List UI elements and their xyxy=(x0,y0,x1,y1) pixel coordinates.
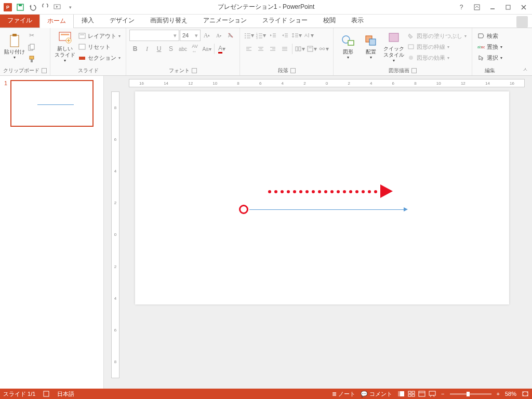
shadow-icon[interactable]: S xyxy=(165,43,177,55)
save-icon[interactable] xyxy=(15,2,26,13)
shapes-button[interactable]: 図形▾ xyxy=(337,30,360,64)
line-spacing-icon[interactable]: ▾ xyxy=(291,30,302,41)
comments-button[interactable]: 💬 コメント xyxy=(361,390,392,398)
replace-button[interactable]: abac置換▾ xyxy=(475,42,504,52)
shape-effects-button[interactable]: 図形の効果▾ xyxy=(405,52,469,63)
align-center-icon[interactable] xyxy=(255,43,267,55)
help-icon[interactable]: ? xyxy=(454,1,469,14)
paste-icon xyxy=(7,33,22,48)
tab-insert[interactable]: 挿入 xyxy=(74,13,102,28)
slide-canvas[interactable] xyxy=(135,91,509,304)
ribbon-options-icon[interactable] xyxy=(470,1,484,14)
slide-counter[interactable]: スライド 1/1 xyxy=(3,390,35,398)
paragraph-launcher[interactable] xyxy=(290,68,296,73)
qat-dropdown-icon[interactable]: ▾ xyxy=(64,2,76,13)
normal-view-icon[interactable] xyxy=(397,390,405,397)
slideshow-view-icon[interactable] xyxy=(429,390,436,397)
shape-arrow-line[interactable] xyxy=(249,209,405,210)
decrease-indent-icon[interactable] xyxy=(267,30,278,41)
zoom-out-icon[interactable]: − xyxy=(441,391,444,397)
text-direction-icon[interactable]: A▾ xyxy=(303,30,314,41)
svg-rect-11 xyxy=(31,59,33,62)
grow-font-icon[interactable]: A▴ xyxy=(201,30,212,41)
redo-icon[interactable] xyxy=(39,2,51,13)
find-button[interactable]: 検索 xyxy=(475,31,504,41)
bullets-icon[interactable]: ▾ xyxy=(243,30,255,41)
collapse-ribbon-icon[interactable]: ㅅ xyxy=(523,66,528,73)
maximize-icon[interactable] xyxy=(501,1,515,14)
arrange-button[interactable]: 配置▾ xyxy=(360,30,382,64)
quick-styles-button[interactable]: クイック スタイル▾ xyxy=(382,30,405,64)
italic-icon[interactable]: I xyxy=(141,43,153,55)
fit-to-window-icon[interactable] xyxy=(522,390,529,397)
font-size-combo[interactable]: 24▾ xyxy=(180,30,201,41)
tab-transitions[interactable]: 画面切り替え xyxy=(142,13,195,28)
group-drawing: 図形▾ 配置▾ クイック スタイル▾ 図形の塗りつぶし▾ 図形の枠線▾ 図形の効… xyxy=(334,28,472,75)
font-color-icon[interactable]: A▾ xyxy=(216,43,228,55)
change-case-icon[interactable]: Aa▾ xyxy=(201,43,212,55)
format-painter-icon[interactable] xyxy=(26,54,37,65)
numbering-icon[interactable]: 123▾ xyxy=(255,30,267,41)
close-icon[interactable] xyxy=(516,1,531,14)
underline-icon[interactable]: U xyxy=(153,43,165,55)
zoom-slider[interactable] xyxy=(450,393,491,395)
increase-indent-icon[interactable] xyxy=(279,30,290,41)
bold-icon[interactable]: B xyxy=(129,43,141,55)
tab-design[interactable]: デザイン xyxy=(102,13,142,28)
tab-home[interactable]: ホーム xyxy=(39,14,74,28)
reading-view-icon[interactable] xyxy=(418,390,425,397)
tab-review[interactable]: 校閲 xyxy=(315,13,343,28)
shape-outline-button[interactable]: 図形の枠線▾ xyxy=(405,42,469,52)
svg-rect-66 xyxy=(408,45,414,49)
spellcheck-icon[interactable] xyxy=(43,390,50,397)
align-left-icon[interactable] xyxy=(243,43,255,55)
start-from-beginning-icon[interactable] xyxy=(52,2,63,13)
zoom-level[interactable]: 58% xyxy=(505,391,516,397)
undo-icon[interactable] xyxy=(27,2,38,13)
sorter-view-icon[interactable] xyxy=(408,390,415,397)
slide-thumbnail[interactable] xyxy=(10,80,94,127)
tab-animations[interactable]: アニメーション xyxy=(195,13,255,28)
user-avatar[interactable] xyxy=(516,16,528,28)
align-text-icon[interactable]: ▾ xyxy=(306,43,317,55)
char-spacing-icon[interactable]: AV↔ xyxy=(189,43,201,55)
shape-fill-button[interactable]: 図形の塗りつぶし▾ xyxy=(405,31,469,41)
minimize-icon[interactable] xyxy=(485,1,500,14)
columns-icon[interactable]: ▾ xyxy=(294,43,305,55)
drawing-launcher[interactable] xyxy=(411,68,417,73)
svg-text:A: A xyxy=(228,33,232,38)
paste-button[interactable]: 貼り付け▾ xyxy=(3,30,26,64)
shrink-font-icon[interactable]: A▾ xyxy=(213,30,224,41)
tab-file[interactable]: ファイル xyxy=(0,14,39,28)
svg-point-20 xyxy=(245,33,246,34)
clipboard-launcher[interactable] xyxy=(42,68,47,73)
notes-button[interactable]: ≣ ノート xyxy=(332,390,355,398)
app-icon: P xyxy=(2,2,14,13)
copy-icon[interactable] xyxy=(26,42,37,53)
layout-button[interactable]: レイアウト▾ xyxy=(76,31,123,41)
align-right-icon[interactable] xyxy=(267,43,278,55)
reset-button[interactable]: リセット xyxy=(76,42,123,52)
new-slide-button[interactable]: 新しい スライド▾ xyxy=(54,30,76,64)
section-button[interactable]: セクション▾ xyxy=(76,52,123,63)
slide-thumbnail-panel[interactable]: 1 xyxy=(0,76,104,389)
slide-editor[interactable]: 1614121086420246810121416 864202468 xyxy=(104,76,532,389)
zoom-in-icon[interactable]: + xyxy=(497,391,500,397)
vertical-ruler: 864202468 xyxy=(111,91,119,378)
animation-start-marker[interactable] xyxy=(239,205,248,214)
svg-rect-77 xyxy=(419,391,425,396)
select-button[interactable]: 選択▾ xyxy=(475,52,504,63)
clear-format-icon[interactable]: A xyxy=(225,30,236,41)
strike-icon[interactable]: abc xyxy=(177,43,189,55)
font-launcher[interactable] xyxy=(192,68,197,73)
justify-icon[interactable] xyxy=(279,43,290,55)
svg-point-59 xyxy=(323,48,325,50)
group-clipboard: 貼り付け▾ ✂ クリップボード xyxy=(0,28,50,75)
font-name-combo[interactable]: ▾ xyxy=(129,30,179,41)
svg-rect-15 xyxy=(79,33,85,38)
smartart-icon[interactable]: ▾ xyxy=(318,43,329,55)
tab-slideshow[interactable]: スライド ショー xyxy=(255,13,315,28)
tab-view[interactable]: 表示 xyxy=(343,13,371,28)
language-indicator[interactable]: 日本語 xyxy=(57,390,74,398)
cut-icon[interactable]: ✂ xyxy=(26,30,37,41)
